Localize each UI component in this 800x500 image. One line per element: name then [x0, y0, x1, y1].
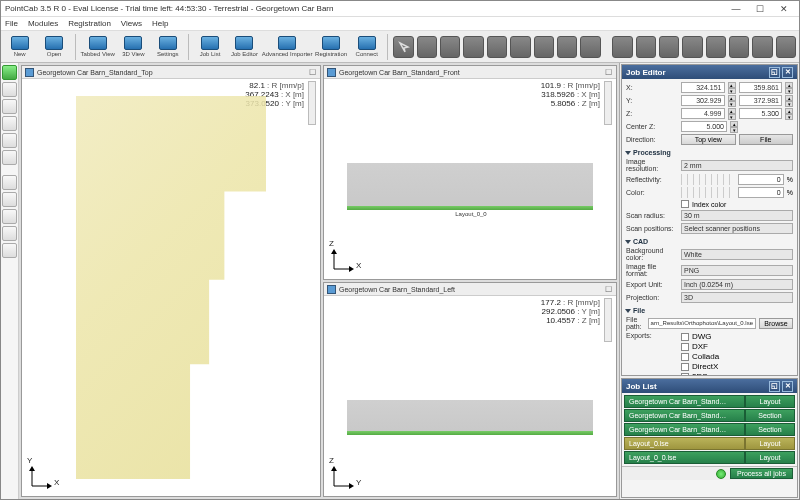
tool-7[interactable] — [557, 36, 577, 58]
tb-open[interactable]: Open — [38, 32, 69, 62]
spinner[interactable]: ▴▾ — [730, 121, 738, 132]
zoom-slider[interactable] — [604, 81, 612, 125]
tb-settings[interactable]: Settings — [152, 32, 183, 62]
direction-file-button[interactable]: File — [739, 134, 794, 145]
job-row[interactable]: Georgetown Car Barn_Stand…Section — [624, 423, 795, 436]
file-path-input[interactable]: arn_Results\Orthophotos\Layout_0.lse — [648, 318, 756, 329]
viewport-close-icon[interactable]: ☐ — [307, 68, 317, 77]
viewport-close-icon[interactable]: ☐ — [603, 285, 613, 294]
export-collada-checkbox[interactable] — [681, 353, 689, 361]
job-row[interactable]: Georgetown Car Barn_Stand…Section — [624, 409, 795, 422]
color-value[interactable]: 0 — [738, 187, 784, 198]
index-color-checkbox[interactable] — [681, 200, 689, 208]
job-row[interactable]: Layout_0.lseLayout — [624, 437, 795, 450]
projection-select[interactable]: 3D — [681, 292, 793, 303]
tb-3d-view[interactable]: 3D View — [118, 32, 149, 62]
rail-tool-7[interactable] — [2, 192, 17, 207]
tool-13[interactable] — [706, 36, 726, 58]
file-section-header[interactable]: File — [626, 307, 793, 314]
tb-registration[interactable]: Registration — [314, 32, 348, 62]
spinner[interactable]: ▴▾ — [728, 82, 736, 93]
tool-15[interactable] — [752, 36, 772, 58]
rail-cursor[interactable] — [2, 65, 17, 80]
tb-connect[interactable]: Connect — [351, 32, 382, 62]
tb-advanced-importer[interactable]: Advanced Importer — [263, 32, 311, 62]
tool-select[interactable] — [393, 36, 413, 58]
panel-undock-icon[interactable]: ◱ — [769, 381, 780, 392]
menu-registration[interactable]: Registration — [68, 19, 111, 28]
z-max-input[interactable]: 5.300 — [739, 108, 783, 119]
menu-file[interactable]: File — [5, 19, 18, 28]
zoom-slider[interactable] — [308, 81, 316, 125]
tool-10[interactable] — [636, 36, 656, 58]
export-dxf-checkbox[interactable] — [681, 343, 689, 351]
rail-tool-9[interactable] — [2, 226, 17, 241]
color-slider[interactable] — [681, 187, 735, 198]
tb-jobeditor[interactable]: Job Editor — [229, 32, 260, 62]
viewport-left-canvas[interactable]: 177.2 : R [mm/p] 292.0506 : Y [m] 10.455… — [324, 296, 616, 496]
export-unit-select[interactable]: Inch (0.0254 m) — [681, 279, 793, 290]
scan-radius-select[interactable]: 30 m — [681, 210, 793, 221]
tb-tabbed-view[interactable]: Tabbed View — [81, 32, 115, 62]
bg-color-select[interactable]: White — [681, 249, 793, 260]
maximize-button[interactable]: ☐ — [749, 2, 771, 16]
tool-2[interactable] — [440, 36, 460, 58]
export-3ds-checkbox[interactable] — [681, 373, 689, 376]
z-min-input[interactable]: 4.999 — [681, 108, 725, 119]
rail-tool-4[interactable] — [2, 133, 17, 148]
process-all-jobs-button[interactable]: Process all jobs — [730, 468, 793, 479]
panel-close-icon[interactable]: ✕ — [782, 381, 793, 392]
panel-close-icon[interactable]: ✕ — [782, 67, 793, 78]
menu-help[interactable]: Help — [152, 19, 168, 28]
rail-tool-10[interactable] — [2, 243, 17, 258]
viewport-left[interactable]: Georgetown Car Barn_Standard_Left ☐ 177.… — [323, 282, 617, 497]
tool-11[interactable] — [659, 36, 679, 58]
spinner[interactable]: ▴▾ — [728, 95, 736, 106]
export-directx-checkbox[interactable] — [681, 363, 689, 371]
tool-4[interactable] — [487, 36, 507, 58]
reflectivity-slider[interactable] — [681, 174, 735, 185]
rail-tool-3[interactable] — [2, 116, 17, 131]
browse-button[interactable]: Browse — [759, 318, 793, 329]
x-max-input[interactable]: 359.861 — [739, 82, 783, 93]
viewport-front-canvas[interactable]: 101.9 : R [mm/p] 318.5926 : X [m] 5.8056… — [324, 79, 616, 279]
y-min-input[interactable]: 302.929 — [681, 95, 725, 106]
cad-section-header[interactable]: CAD — [626, 238, 793, 245]
menu-modules[interactable]: Modules — [28, 19, 58, 28]
tb-joblist[interactable]: Job List — [194, 32, 225, 62]
processing-section-header[interactable]: Processing — [626, 149, 793, 156]
image-file-format-select[interactable]: PNG — [681, 265, 793, 276]
tool-12[interactable] — [682, 36, 702, 58]
close-button[interactable]: ✕ — [773, 2, 795, 16]
rail-tool-6[interactable] — [2, 175, 17, 190]
tb-new[interactable]: New — [4, 32, 35, 62]
tool-6[interactable] — [534, 36, 554, 58]
export-dwg-checkbox[interactable] — [681, 333, 689, 341]
reflectivity-value[interactable]: 0 — [738, 174, 784, 185]
tool-16[interactable] — [776, 36, 796, 58]
menu-views[interactable]: Views — [121, 19, 142, 28]
centerz-input[interactable]: 5.000 — [681, 121, 727, 132]
spinner[interactable]: ▴▾ — [785, 95, 793, 106]
rail-tool-5[interactable] — [2, 150, 17, 165]
tool-3[interactable] — [463, 36, 483, 58]
zoom-slider[interactable] — [604, 298, 612, 342]
spinner[interactable]: ▴▾ — [785, 108, 793, 119]
tool-5[interactable] — [510, 36, 530, 58]
spinner[interactable]: ▴▾ — [728, 108, 736, 119]
x-min-input[interactable]: 324.151 — [681, 82, 725, 93]
tool-8[interactable] — [580, 36, 600, 58]
direction-topview-button[interactable]: Top view — [681, 134, 736, 145]
tool-14[interactable] — [729, 36, 749, 58]
image-resolution-select[interactable]: 2 mm — [681, 160, 793, 171]
viewport-top-canvas[interactable]: 82.1 : R [mm/p] 367.2243 : X [m] 373.052… — [22, 79, 320, 496]
viewport-top[interactable]: Georgetown Car Barn_Standard_Top ☐ 82.1 … — [21, 65, 321, 497]
panel-undock-icon[interactable]: ◱ — [769, 67, 780, 78]
viewport-close-icon[interactable]: ☐ — [603, 68, 613, 77]
job-row[interactable]: Layout_0_0.lseLayout — [624, 451, 795, 464]
viewport-front[interactable]: Georgetown Car Barn_Standard_Front ☐ 101… — [323, 65, 617, 280]
rail-tool-2[interactable] — [2, 99, 17, 114]
tool-1[interactable] — [417, 36, 437, 58]
rail-tool-1[interactable] — [2, 82, 17, 97]
scan-positions-select[interactable]: Select scanner positions — [681, 223, 793, 234]
